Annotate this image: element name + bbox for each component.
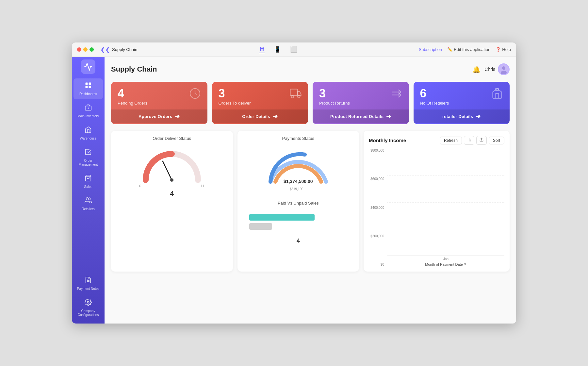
no-of-retailers-icon — [491, 88, 503, 102]
sidebar-item-label-order-management: Order Management — [75, 159, 101, 167]
income-actions: Refresh — [440, 136, 504, 145]
grid-line-top — [387, 149, 504, 149]
retailer-details-button[interactable]: retailer Details ➜ — [414, 109, 510, 123]
charts-row: Order Deliver Status — [111, 131, 510, 272]
order-details-button[interactable]: Order Details ➜ — [212, 109, 308, 123]
y-label-800k: $800,000 — [369, 149, 384, 152]
monthly-income-chart: Monthly Income Refresh — [364, 131, 510, 272]
kpi-label-pending: Pending Orders — [118, 101, 147, 106]
sidebar-item-dashboards[interactable]: Dashboards — [74, 78, 103, 99]
payment-gauge-container: $1,374,500.00 $319,100 — [243, 144, 354, 194]
orders-to-deliver-icon — [290, 88, 302, 102]
paid-vs-unpaid-title: Paid Vs Unpaid Sales — [243, 201, 354, 206]
order-deliver-title: Order Deliver Status — [116, 136, 228, 141]
pending-orders-icon — [189, 88, 201, 102]
gauge-min-label: 0 — [139, 184, 141, 188]
paid-vs-unpaid-section: Paid Vs Unpaid Sales 4 — [243, 201, 354, 244]
sidebar-item-warehouse[interactable]: Warehouse — [74, 123, 103, 144]
product-returned-details-button[interactable]: Product Returned Details ➜ — [313, 109, 409, 123]
bar-chart-icon-button[interactable] — [464, 136, 474, 145]
kpi-card-top-deliver: 3 Orders To deliver — [219, 88, 302, 106]
sidebar-item-order-management[interactable]: Order Management — [74, 145, 103, 170]
share-icon-button[interactable] — [476, 136, 487, 145]
retailer-details-arrow-icon: ➜ — [476, 113, 481, 120]
app-nav[interactable]: ❮❮ Supply Chain — [100, 46, 137, 53]
kpi-card-top-retailers: 6 No Of Retailers — [420, 88, 503, 106]
back-icon[interactable]: ❮❮ — [100, 46, 110, 53]
teal-bar — [249, 214, 315, 221]
subscription-link[interactable]: Subscription — [419, 47, 442, 52]
sidebar-item-sales[interactable]: Sales — [74, 171, 103, 192]
sidebar-item-retailers[interactable]: Retailers — [74, 193, 103, 214]
refresh-button[interactable]: Refresh — [440, 137, 462, 144]
kpi-number-retailers: 6 — [420, 88, 449, 99]
payments-status-title: Payments Status — [243, 136, 354, 141]
avatar — [498, 63, 510, 75]
x-axis-title: Month of Payment Date ▾ — [387, 262, 504, 266]
retailers-icon — [85, 197, 92, 206]
sidebar-item-main-inventory[interactable]: Main Inventory — [74, 101, 103, 122]
payment-label-right: $319,100 — [290, 187, 307, 191]
sales-icon — [85, 175, 92, 184]
page-title: Supply Chain — [111, 65, 157, 74]
maximize-button[interactable] — [90, 47, 94, 52]
titlebar-app-name: Supply Chain — [112, 47, 137, 52]
kpi-card-no-of-retailers: 6 No Of Retailers retailer Detai — [414, 82, 510, 124]
y-axis-labels: $800,000 $600,000 $400,000 $200,000 $0 — [369, 149, 387, 266]
order-details-arrow-icon: ➜ — [273, 113, 278, 120]
device-switcher: 🖥 📱 ⬜ — [141, 46, 415, 53]
user-info: Chris — [484, 63, 510, 75]
gauge-labels: 0 11 — [139, 184, 204, 188]
product-returns-icon — [391, 88, 402, 102]
bar-row-gray — [249, 223, 348, 230]
traffic-lights — [77, 47, 94, 52]
sidebar-item-label-dashboards: Dashboards — [79, 92, 97, 96]
product-returns-arrow-icon: ➜ — [386, 113, 391, 120]
sidebar-item-label-payment-notes: Payment Notes — [77, 287, 99, 291]
sidebar-item-label-company-configurations: Company Configurations — [75, 309, 101, 317]
y-label-200k: $200,000 — [369, 234, 384, 238]
user-name: Chris — [484, 67, 495, 72]
close-button[interactable] — [77, 47, 81, 52]
gauge-value: 4 — [170, 190, 174, 197]
sidebar-item-company-configurations[interactable]: Company Configurations — [74, 295, 103, 320]
chevron-down-icon: ▾ — [464, 262, 466, 266]
y-label-600k: $600,000 — [369, 177, 384, 181]
sidebar-item-label-sales: Sales — [84, 185, 92, 189]
sidebar-item-payment-notes[interactable]: Payment Notes — [74, 273, 103, 294]
svg-rect-2 — [86, 86, 88, 88]
grid-line-75 — [387, 229, 504, 229]
app-window: ❮❮ Supply Chain 🖥 📱 ⬜ Subscription ✏️ Ed… — [72, 42, 516, 324]
sidebar-item-label-main-inventory: Main Inventory — [77, 114, 99, 118]
kpi-number-deliver: 3 — [219, 88, 251, 99]
svg-point-21 — [170, 178, 173, 182]
tablet-device-icon[interactable]: 📱 — [274, 46, 281, 53]
grid-line-50 — [387, 202, 504, 203]
sort-button[interactable]: Sort — [489, 137, 504, 144]
warehouse-icon — [85, 126, 92, 135]
kpi-card-top-pending: 4 Pending Orders — [118, 88, 201, 106]
sidebar-item-label-retailers: Retailers — [82, 207, 94, 211]
notification-bell-icon[interactable]: 🔔 — [472, 65, 481, 73]
tablet-alt-device-icon[interactable]: ⬜ — [290, 46, 297, 53]
paid-unpaid-bars — [243, 209, 354, 235]
topbar: Supply Chain 🔔 Chris — [111, 63, 510, 75]
help-button[interactable]: ❓ Help — [496, 47, 511, 52]
x-label-jan: Jan — [387, 257, 504, 261]
svg-point-18 — [298, 95, 300, 98]
bar-chart-plot-area: Jan Month of Payment Date ▾ — [387, 149, 504, 266]
x-labels: Jan — [387, 257, 504, 261]
y-label-400k: $400,000 — [369, 206, 384, 209]
edit-app-button[interactable]: ✏️ Edit this application — [447, 47, 490, 52]
approve-orders-button[interactable]: Approve Orders ➜ — [111, 109, 207, 123]
order-management-icon — [85, 148, 92, 158]
desktop-device-icon[interactable]: 🖥 — [259, 46, 265, 53]
titlebar-right: Subscription ✏️ Edit this application ❓ … — [419, 47, 511, 52]
main-inventory-icon — [85, 104, 92, 113]
main-layout: Dashboards Main Inventory — [72, 57, 516, 324]
sidebar-logo — [81, 59, 95, 74]
minimize-button[interactable] — [83, 47, 88, 52]
kpi-number-returns: 3 — [319, 88, 350, 99]
order-deliver-chart: Order Deliver Status — [111, 131, 233, 272]
monthly-income-header: Monthly Income Refresh — [369, 136, 504, 145]
